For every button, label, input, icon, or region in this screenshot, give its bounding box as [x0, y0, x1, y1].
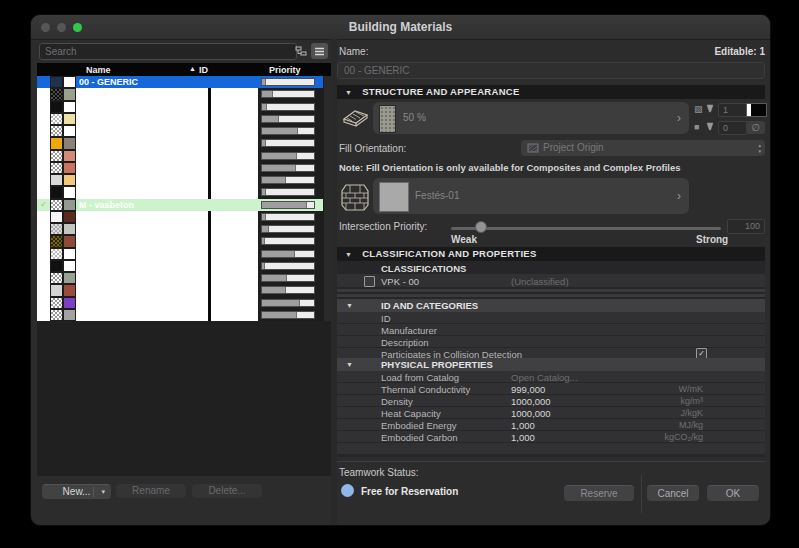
fill-pattern-swatch [50, 309, 63, 321]
material-name-cell [76, 235, 208, 247]
physical-property-row[interactable]: Heat Capacity1000,000J/kgK [337, 407, 765, 418]
fill-pattern-swatch [50, 101, 63, 113]
empty-pen-button[interactable]: ∅ [746, 121, 765, 134]
id-category-row[interactable]: Manufacturer [337, 324, 765, 335]
material-list-row[interactable] [37, 223, 323, 235]
section-structure-appearance[interactable]: ▼ STRUCTURE AND APPEARANCE [337, 85, 765, 99]
id-category-row[interactable]: Description [337, 336, 765, 347]
column-header-name[interactable]: Name [86, 65, 111, 75]
property-unit: kgCO₂/kg [637, 432, 703, 442]
cancel-button[interactable]: Cancel [647, 485, 699, 501]
surface-color-swatch [63, 309, 76, 321]
column-header-priority[interactable]: Priority [269, 65, 301, 75]
foreground-pen-icon [706, 104, 714, 115]
material-list-row[interactable] [37, 284, 323, 296]
fill-pattern-swatch [50, 137, 63, 149]
new-button[interactable]: New... ▾ [42, 484, 111, 499]
rename-button[interactable]: Rename [116, 484, 186, 498]
material-list-row[interactable] [37, 248, 323, 260]
classification-row[interactable]: VPK - 00 (Unclassified) [337, 274, 765, 287]
material-list-row[interactable] [37, 150, 323, 162]
priority-slider-thumb[interactable] [475, 221, 487, 233]
property-value[interactable]: 1000,000 [511, 396, 551, 407]
material-list-row[interactable] [37, 211, 323, 223]
material-list-row[interactable] [37, 272, 323, 284]
priority-bar [261, 78, 315, 86]
material-list-row[interactable]: 00 - GENERIC [37, 76, 323, 88]
fill-pattern-swatch [50, 150, 63, 162]
material-list-row[interactable]: ✓M - vasbeton [37, 199, 323, 211]
property-value[interactable]: 1000,000 [511, 408, 551, 419]
physical-property-row[interactable]: Embodied Energy1,000MJ/kg [337, 419, 765, 430]
section-title: STRUCTURE AND APPEARANCE [362, 86, 519, 97]
material-list-row[interactable] [37, 186, 323, 198]
priority-slider-track[interactable] [451, 227, 721, 230]
material-list-row[interactable] [37, 309, 323, 321]
cut-fill-selector[interactable]: 50 % › [373, 102, 689, 134]
material-list-row[interactable] [37, 125, 323, 137]
property-value[interactable]: 999,000 [511, 384, 545, 395]
priority-bar [261, 164, 315, 172]
list-view-icon [314, 47, 325, 56]
physical-property-row[interactable]: Thermal Conductivity999,000W/mK [337, 383, 765, 394]
priority-cell [258, 101, 323, 113]
material-list-row[interactable] [37, 235, 323, 247]
id-category-row[interactable]: ID [337, 312, 765, 323]
material-id-cell [211, 284, 258, 296]
surface-color-swatch [63, 137, 76, 149]
tree-view-button[interactable] [293, 43, 310, 59]
material-list-row[interactable] [37, 88, 323, 100]
group-title: PHYSICAL PROPERTIES [381, 358, 493, 371]
fill-pattern-swatch [50, 125, 63, 137]
group-physical-properties[interactable]: ▼ PHYSICAL PROPERTIES [337, 358, 765, 371]
list-column-headers: Name ▲ ID Priority [37, 63, 331, 76]
surface-color-swatch [63, 235, 76, 247]
pen-color-preview[interactable] [746, 103, 767, 117]
priority-bar [261, 286, 315, 294]
delete-button[interactable]: Delete... [192, 484, 262, 498]
column-header-id[interactable]: ID [199, 65, 208, 75]
chevron-right-icon: › [677, 189, 681, 203]
reserve-button[interactable]: Reserve [564, 485, 634, 501]
surface-icon [340, 181, 370, 217]
physical-property-row[interactable]: Density1000,000kg/m³ [337, 395, 765, 406]
property-value[interactable]: 1,000 [511, 432, 535, 443]
title-bar: Building Materials [31, 15, 770, 40]
surface-selector[interactable]: Festés-01 › [373, 178, 689, 214]
property-label: Description [381, 337, 429, 348]
material-id-cell [211, 162, 258, 174]
fill-pattern-swatch [50, 162, 63, 174]
fill-orientation-icon [527, 143, 539, 153]
material-list-row[interactable] [37, 260, 323, 272]
priority-bar [261, 90, 315, 98]
background-pen-field[interactable]: 0 [718, 121, 748, 135]
fill-orientation-dropdown[interactable]: Project Origin ▴▾ [521, 140, 765, 156]
physical-property-row[interactable]: Load from CatalogOpen Catalog... [337, 371, 765, 382]
material-list-row[interactable] [37, 137, 323, 149]
property-value[interactable]: 1,000 [511, 420, 535, 431]
footer-divider [337, 461, 765, 462]
priority-value-field[interactable]: 100 [727, 219, 765, 234]
group-id-categories[interactable]: ▼ ID AND CATEGORIES [337, 299, 765, 312]
priority-bar [261, 188, 315, 196]
fill-pattern-swatch [50, 260, 63, 272]
section-classification-properties[interactable]: ▼ CLASSIFICATION AND PROPERTIES [337, 247, 765, 261]
material-list-row[interactable] [37, 113, 323, 125]
surface-color-swatch [63, 174, 76, 186]
material-list-row[interactable] [37, 101, 323, 113]
material-id-cell [211, 174, 258, 186]
search-input[interactable] [39, 43, 297, 60]
property-value[interactable]: Open Catalog... [511, 372, 578, 383]
physical-property-row[interactable]: Embodied Carbon1,000kgCO₂/kg [337, 431, 765, 442]
material-list-row[interactable] [37, 174, 323, 186]
strong-label: Strong [696, 234, 728, 245]
material-list-row[interactable] [37, 297, 323, 309]
material-name-cell [76, 137, 208, 149]
ok-button[interactable]: OK [707, 485, 759, 501]
list-view-button[interactable] [311, 43, 328, 59]
folder-tree-icon [295, 46, 308, 57]
material-name-field[interactable]: 00 - GENERIC [337, 62, 765, 79]
material-list-row[interactable] [37, 162, 323, 174]
foreground-pen-field[interactable]: 1 [718, 103, 748, 117]
classification-checkbox[interactable] [364, 276, 375, 287]
